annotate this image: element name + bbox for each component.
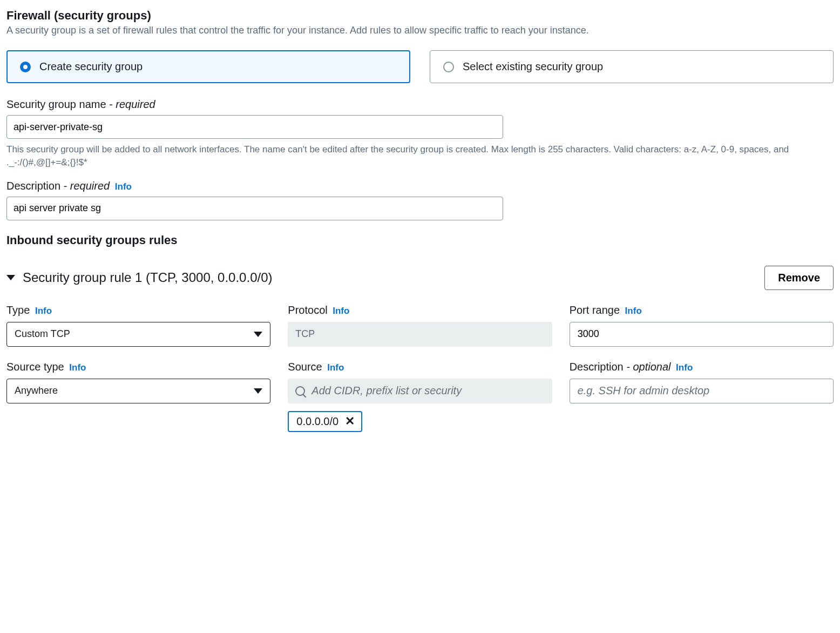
rule-desc-info-link[interactable]: Info — [676, 362, 693, 373]
sg-name-required: - required — [109, 98, 155, 110]
inbound-rules-heading: Inbound security groups rules — [6, 233, 834, 247]
sg-desc-required: - required — [64, 180, 110, 192]
source-label-text: Source — [288, 361, 322, 373]
source-type-column: Source type Info Anywhere — [6, 361, 270, 432]
source-cidr-tag: 0.0.0.0/0 ✕ — [288, 411, 362, 432]
sg-desc-label-text: Description — [6, 180, 60, 192]
source-type-label: Source type Info — [6, 361, 270, 373]
type-label-text: Type — [6, 304, 30, 316]
port-range-input[interactable] — [570, 322, 834, 347]
port-label-text: Port range — [570, 304, 620, 316]
port-column: Port range Info — [570, 304, 834, 347]
remove-rule-button[interactable]: Remove — [764, 266, 834, 290]
close-icon[interactable]: ✕ — [345, 415, 355, 427]
port-info-link[interactable]: Info — [625, 306, 642, 316]
sg-desc-label: Description - required Info — [6, 180, 834, 192]
select-existing-sg-radio[interactable]: Select existing security group — [430, 50, 834, 83]
sg-name-field: Security group name - required This secu… — [6, 98, 834, 169]
type-value: Custom TCP — [15, 328, 70, 340]
sg-name-input[interactable] — [6, 115, 503, 139]
type-info-link[interactable]: Info — [35, 306, 52, 316]
source-type-label-text: Source type — [6, 361, 64, 373]
firewall-description: A security group is a set of firewall ru… — [6, 24, 834, 37]
type-column: Type Info Custom TCP — [6, 304, 270, 347]
rule-desc-label: Description - optional Info — [570, 361, 834, 373]
radio-unselected-icon — [443, 62, 454, 72]
rule-row-1: Type Info Custom TCP Protocol Info TCP P… — [6, 304, 834, 347]
port-label: Port range Info — [570, 304, 834, 316]
sg-name-label-text: Security group name — [6, 98, 106, 110]
select-existing-sg-label: Select existing security group — [463, 60, 603, 73]
rule-1-header: Security group rule 1 (TCP, 3000, 0.0.0.… — [6, 266, 834, 290]
protocol-label-text: Protocol — [288, 304, 327, 316]
rule-desc-label-text: Description — [570, 361, 624, 373]
rule-1-title: Security group rule 1 (TCP, 3000, 0.0.0.… — [23, 270, 272, 285]
source-label: Source Info — [288, 361, 552, 373]
sg-name-hint: This security group will be added to all… — [6, 143, 834, 169]
rule-desc-optional: - optional — [626, 361, 670, 373]
radio-selected-icon — [20, 62, 31, 72]
type-select[interactable]: Custom TCP — [6, 322, 270, 347]
rule-desc-input[interactable] — [570, 379, 834, 403]
sg-desc-input[interactable] — [6, 197, 503, 220]
source-type-select[interactable]: Anywhere — [6, 379, 270, 403]
sg-desc-info-link[interactable]: Info — [115, 181, 132, 192]
sg-name-label: Security group name - required — [6, 98, 834, 111]
sg-desc-field: Description - required Info — [6, 180, 834, 220]
protocol-info-link[interactable]: Info — [333, 306, 349, 316]
source-cidr-value: 0.0.0.0/0 — [296, 415, 338, 428]
protocol-readonly: TCP — [288, 322, 552, 347]
create-sg-label: Create security group — [39, 60, 143, 73]
source-type-value: Anywhere — [15, 385, 58, 396]
sg-choice-group: Create security group Select existing se… — [6, 50, 834, 83]
type-label: Type Info — [6, 304, 270, 316]
chevron-down-icon — [254, 332, 262, 337]
caret-down-icon[interactable] — [6, 275, 15, 280]
protocol-label: Protocol Info — [288, 304, 552, 316]
create-sg-radio[interactable]: Create security group — [6, 50, 410, 83]
source-placeholder: Add CIDR, prefix list or security — [311, 385, 462, 397]
firewall-heading: Firewall (security groups) — [6, 9, 834, 23]
source-type-info-link[interactable]: Info — [69, 362, 86, 373]
rule-desc-column: Description - optional Info — [570, 361, 834, 432]
source-info-link[interactable]: Info — [327, 362, 344, 373]
protocol-column: Protocol Info TCP — [288, 304, 552, 347]
source-column: Source Info Add CIDR, prefix list or sec… — [288, 361, 552, 432]
search-icon — [295, 386, 305, 396]
chevron-down-icon — [254, 388, 262, 394]
rule-row-2: Source type Info Anywhere Source Info Ad… — [6, 361, 834, 432]
source-search-box[interactable]: Add CIDR, prefix list or security — [288, 379, 552, 403]
